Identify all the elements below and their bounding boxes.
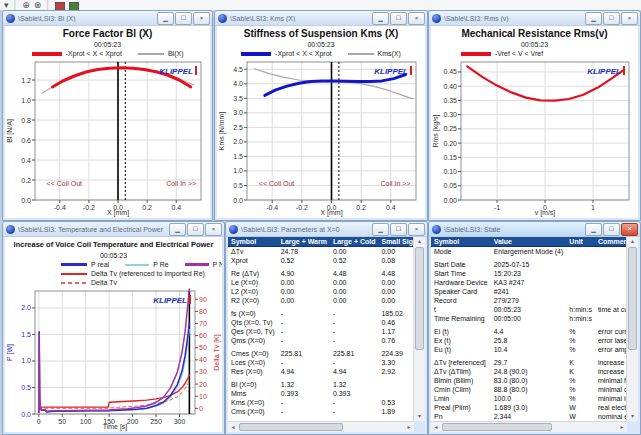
table-row: Cms (X=0)--1.89mm/Nm [228, 407, 414, 416]
table-row: Preal (Plim)1.689 (3.0)Wreal electrical … [431, 403, 627, 412]
chart-plot[interactable]: -0.4-0.20.00.20.40.00.51.01.52.02.53.03.… [217, 58, 425, 217]
maximize-button[interactable]: ☐ [175, 12, 192, 25]
chart-plot[interactable]: -0.4-0.20.00.20.40.00.20.40.60.81.01.2X … [5, 58, 210, 217]
scroll-thumb[interactable] [628, 247, 637, 350]
table-row: Start Date2025-07-15 [431, 260, 627, 269]
svg-text:-0.2: -0.2 [83, 204, 95, 211]
svg-text:0.0: 0.0 [21, 197, 31, 204]
scroll-left-icon[interactable]: ◂ [229, 422, 237, 432]
table-row: ModeEnlargement Mode (4) [431, 247, 627, 257]
table-row: Le (X=0)0.000.000.00mHvi [228, 278, 414, 287]
parameters-table-container: SymbolLarge + WarmLarge + ColdSmall Sign… [228, 237, 414, 421]
vertical-scrollbar[interactable]: ▴ ▾ [413, 237, 425, 421]
svg-text:4.0: 4.0 [233, 80, 243, 87]
legend-item: Delta Tv [61, 279, 117, 286]
maximize-button[interactable]: ☐ [603, 12, 620, 25]
minimize-button[interactable]: ▁ [585, 223, 602, 236]
legend-item: Kms(X) [348, 50, 401, 57]
minimize-button[interactable]: ▁ [169, 223, 186, 236]
scroll-down-icon[interactable]: ▾ [414, 412, 425, 421]
svg-text:Bl [N/A]: Bl [N/A] [6, 119, 14, 143]
close-button[interactable]: × [408, 223, 425, 236]
svg-text:0.2: 0.2 [21, 177, 31, 184]
svg-text:0.0: 0.0 [233, 197, 243, 204]
svg-text:P [W]: P [W] [6, 344, 14, 361]
svg-text:Kms [N/mm]: Kms [N/mm] [218, 112, 226, 151]
svg-text:KLIPPEL: KLIPPEL [159, 67, 193, 76]
scroll-thumb[interactable] [239, 423, 343, 431]
horizontal-scrollbar[interactable]: ◂ ▸ [431, 421, 627, 432]
svg-text:0: 0 [199, 405, 203, 412]
svg-text:-1: -1 [494, 204, 500, 211]
svg-text:2.0: 2.0 [233, 138, 243, 145]
table-row: Re (ΔTv)4.904.484.48Ωvi [228, 269, 414, 278]
chart-plot[interactable]: -1010.000.050.100.150.200.250.300.350.40… [431, 58, 638, 217]
scroll-down-icon[interactable]: ▾ [627, 412, 638, 421]
window-title: \Sable\LSI3: Bl (X) [18, 15, 154, 22]
stop-icon[interactable]: ⊗ [34, 0, 42, 10]
close-button[interactable]: × [621, 223, 638, 236]
svg-text:50: 50 [199, 344, 207, 351]
svg-text:0.35: 0.35 [443, 97, 457, 104]
scroll-up-icon[interactable]: ▴ [627, 237, 638, 246]
column-header: Value [491, 237, 567, 247]
vertical-scrollbar[interactable]: ▴ ▾ [626, 237, 638, 421]
horizontal-scrollbar[interactable]: ◂ ▸ [228, 421, 414, 432]
close-button[interactable]: × [621, 12, 638, 25]
window-title: \Sable\LSI3: Temperature and Electrical … [18, 226, 166, 233]
table-row: L2 (X=0)0.000.000.00mHpa [228, 287, 414, 296]
svg-text:KLIPPEL: KLIPPEL [587, 67, 621, 76]
svg-text:Delta Tv [K]: Delta Tv [K] [213, 334, 221, 370]
window-power: \Sable\LSI3: Temperature and Electrical … [2, 221, 225, 435]
svg-text:2.0: 2.0 [21, 304, 31, 311]
close-button[interactable]: × [193, 12, 210, 25]
minimize-button[interactable]: ▁ [157, 12, 174, 25]
pause-icon[interactable]: ⊕ [22, 0, 30, 10]
titlebar-rms[interactable]: \Sable\LSI3: Rms (v) ▁ ☐ × [429, 11, 640, 26]
scroll-thumb[interactable] [442, 423, 552, 431]
titlebar-state[interactable]: \Sable\LSI3: State ▁ ☐ × [429, 222, 640, 237]
scroll-up-icon[interactable]: ▴ [414, 237, 425, 246]
svg-text:0.0: 0.0 [21, 411, 31, 418]
maximize-button[interactable]: ☐ [603, 223, 620, 236]
table-row: Res (X=0)4.944.942.92Ωel [228, 367, 414, 376]
scroll-thumb[interactable] [415, 247, 424, 350]
chart-subtitle: 00:05:23 [217, 40, 425, 49]
minimize-button[interactable]: ▁ [585, 12, 602, 25]
toolbar-separator: │ [45, 0, 51, 10]
minimize-button[interactable]: ▁ [372, 223, 389, 236]
maximize-button[interactable]: ☐ [187, 223, 204, 236]
column-header: Comment [595, 237, 627, 247]
legend-item: -Vref < V < Vref [461, 50, 543, 57]
table-row: Qts (X=0, Tv)--0.46to [228, 318, 414, 327]
window-rms: \Sable\LSI3: Rms (v) ▁ ☐ × Mechanical Re… [428, 10, 641, 221]
legend-item: Delta Tv (referenced to imported Re) [61, 270, 205, 277]
minimize-button[interactable]: ▁ [372, 12, 389, 25]
svg-text:1.2: 1.2 [21, 77, 31, 84]
svg-text:1.0: 1.0 [21, 357, 31, 364]
maximize-button[interactable]: ☐ [390, 223, 407, 236]
svg-text:<< Coil Out: << Coil Out [47, 180, 82, 187]
maximize-button[interactable]: ☐ [390, 12, 407, 25]
window-icon [229, 225, 238, 234]
svg-text:0.2: 0.2 [142, 204, 152, 211]
close-button[interactable]: × [205, 223, 222, 236]
svg-text:Rms [kg/s]: Rms [kg/s] [432, 114, 440, 147]
titlebar-parameters[interactable]: \Sable\LSI3: Parameters at X=0 ▁ ☐ × [226, 222, 427, 237]
scroll-right-icon[interactable]: ▸ [618, 422, 626, 432]
scroll-left-icon[interactable]: ◂ [432, 422, 440, 432]
svg-text:4.5: 4.5 [233, 66, 243, 73]
chart-plot[interactable]: 0501001502002503000.00.51.01.52.00102030… [5, 287, 222, 431]
table-row: Time Remaining00:05:00h:min:s [431, 314, 627, 323]
dropdown-icon[interactable]: ▾ [4, 0, 9, 10]
table-row: ΔTv24.780.000.00Kin [228, 247, 414, 257]
svg-text:KLIPPEL: KLIPPEL [374, 67, 408, 76]
close-button[interactable]: × [408, 12, 425, 25]
titlebar-bl[interactable]: \Sable\LSI3: Bl (X) ▁ ☐ × [3, 11, 212, 26]
legend-item: -Xprot < X < Xprot [241, 50, 331, 57]
scroll-right-icon[interactable]: ▸ [405, 422, 413, 432]
titlebar-kms[interactable]: \Sable\LSI3: Kms (X) ▁ ☐ × [215, 11, 427, 26]
svg-text:0.15: 0.15 [443, 154, 457, 161]
titlebar-power[interactable]: \Sable\LSI3: Temperature and Electrical … [3, 222, 224, 237]
window-icon [432, 225, 441, 234]
